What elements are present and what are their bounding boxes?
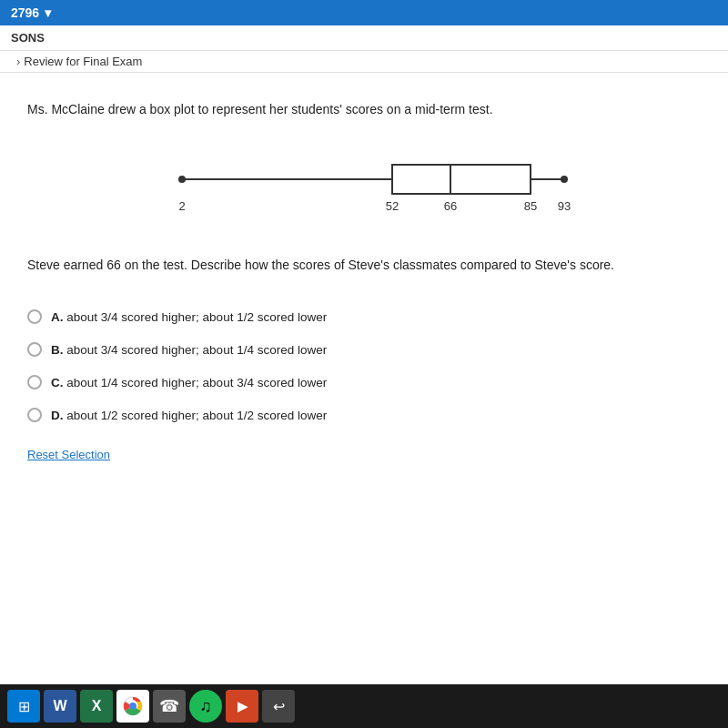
taskbar-signout-icon[interactable]: ↩ — [262, 690, 295, 723]
taskbar-phone-icon[interactable]: ☎ — [153, 690, 186, 723]
main-content: Ms. McClaine drew a box plot to represen… — [0, 73, 728, 684]
choice-d[interactable]: D. about 1/2 scored higher; about 1/2 sc… — [27, 399, 701, 431]
radio-b[interactable] — [27, 342, 42, 357]
radio-c[interactable] — [27, 375, 42, 389]
right-whisker-dot — [561, 176, 568, 183]
taskbar-spotify-icon[interactable]: ♫ — [189, 690, 222, 723]
breadcrumb-sub: › Review for Final Exam — [0, 51, 728, 73]
question-body: Steve earned 66 on the test. Describe ho… — [27, 256, 701, 275]
choice-d-label: D. about 1/2 scored higher; about 1/2 sc… — [51, 409, 327, 422]
choice-c-label: C. about 1/4 scored higher; about 3/4 sc… — [51, 376, 327, 389]
label-median: 66 — [444, 199, 457, 213]
title-label: 2796 — [11, 5, 39, 20]
radio-a[interactable] — [27, 309, 42, 324]
choice-b-label: B. about 3/4 scored higher; about 1/4 sc… — [51, 343, 327, 357]
label-max: 93 — [558, 199, 571, 213]
box-rect — [392, 165, 531, 194]
taskbar-excel-icon[interactable]: X — [80, 690, 113, 723]
label-q3: 85 — [524, 199, 537, 213]
left-whisker-dot — [178, 176, 186, 183]
taskbar-powerpoint-icon[interactable]: ▶ — [226, 690, 258, 723]
boxplot-svg: 2 52 66 85 93 — [155, 154, 592, 217]
breadcrumb-arrow: › — [16, 55, 20, 68]
choice-a[interactable]: A. about 3/4 scored higher; about 1/2 sc… — [27, 300, 701, 333]
title-dropdown-arrow[interactable]: ▾ — [45, 5, 51, 20]
answer-choices: A. about 3/4 scored higher; about 1/2 sc… — [27, 300, 701, 431]
taskbar: ⊞ W X ☎ ♫ ▶ ↩ — [0, 684, 728, 728]
taskbar-chrome-icon[interactable] — [116, 690, 149, 723]
label-min: 2 — [178, 199, 185, 213]
label-q1: 52 — [386, 199, 399, 213]
question-intro: Ms. McClaine drew a box plot to represen… — [27, 100, 701, 119]
choice-a-label: A. about 3/4 scored higher; about 1/2 sc… — [51, 310, 327, 324]
title-bar: 2796 ▾ — [0, 0, 728, 25]
radio-d[interactable] — [27, 408, 42, 422]
taskbar-word-icon[interactable]: W — [44, 690, 76, 723]
reset-selection-link[interactable]: Reset Selection — [27, 448, 110, 461]
choice-b[interactable]: B. about 3/4 scored higher; about 1/4 sc… — [27, 333, 701, 366]
breadcrumb-main: SONS — [0, 25, 728, 51]
taskbar-windows-icon[interactable]: ⊞ — [7, 690, 40, 723]
choice-c[interactable]: C. about 1/4 scored higher; about 3/4 sc… — [27, 366, 701, 399]
boxplot-container: 2 52 66 85 93 — [136, 145, 592, 230]
